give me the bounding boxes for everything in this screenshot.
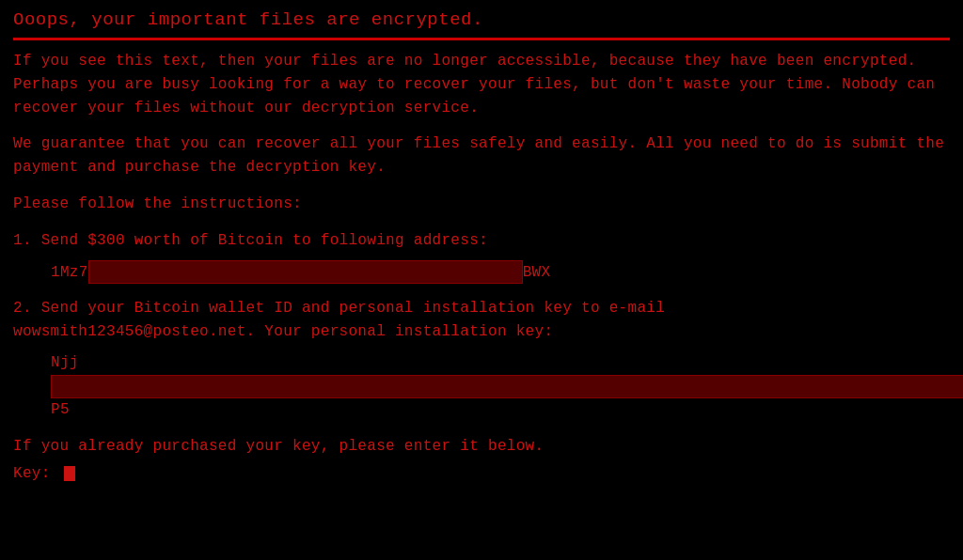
step2-detail-text: wowsmith123456@posteo.net. Your personal… [13, 320, 950, 344]
paragraph2-text: We guarantee that you can recover all yo… [13, 135, 944, 176]
bitcoin-address-redacted [88, 260, 523, 284]
bitcoin-address-prefix: 1Mz7 [51, 263, 88, 280]
paragraph1-text: If you see this text, then your files ar… [13, 53, 935, 117]
footer-line-text: If you already purchased your key, pleas… [13, 435, 950, 459]
personal-key-redacted [51, 375, 963, 398]
personal-key-line: Njj P5 [51, 351, 950, 422]
key-input-line: Key: [13, 462, 950, 486]
instruction-header-text: Please follow the instructions: [13, 195, 302, 212]
instruction-header-block: Please follow the instructions: [13, 193, 950, 216]
step2-block: 2. Send your Bitcoin wallet ID and perso… [13, 297, 950, 422]
key-label: Key: [13, 465, 51, 482]
ransomware-screen: Ooops, your important files are encrypte… [0, 0, 963, 560]
step1-block: 1. Send $300 worth of Bitcoin to followi… [13, 229, 950, 284]
paragraph2-block: We guarantee that you can recover all yo… [13, 132, 950, 179]
bitcoin-address-suffix: BWX [523, 263, 551, 280]
step1-header-text: 1. Send $300 worth of Bitcoin to followi… [13, 229, 950, 253]
personal-key-suffix: P5 [51, 401, 70, 418]
title: Ooops, your important files are encrypte… [13, 9, 950, 30]
step2-header-text: 2. Send your Bitcoin wallet ID and perso… [13, 297, 950, 320]
divider [13, 38, 950, 40]
key-input-cursor[interactable] [64, 466, 75, 481]
personal-key-prefix: Njj [51, 354, 79, 371]
paragraph1-block: If you see this text, then your files ar… [13, 50, 950, 119]
bitcoin-address-line: 1Mz7 BWX [51, 260, 950, 285]
footer-block: If you already purchased your key, pleas… [13, 435, 950, 486]
